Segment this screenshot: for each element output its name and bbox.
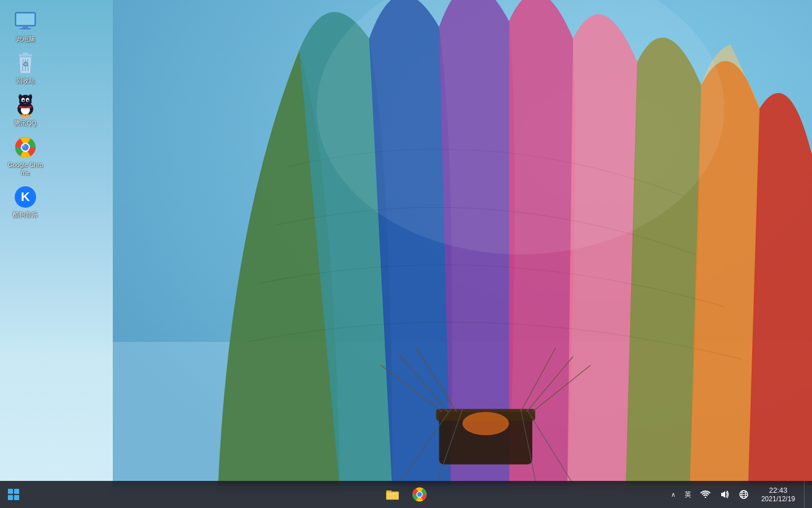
clock-time: 22:43 xyxy=(769,486,788,495)
svg-point-33 xyxy=(19,94,22,100)
speaker-icon xyxy=(720,489,730,500)
svg-point-46 xyxy=(417,492,422,497)
desktop-icon-computer[interactable]: 此电脑 xyxy=(3,6,48,47)
qqmusic-icon-label: 酷狗音乐 xyxy=(13,211,38,218)
show-desktop-button[interactable] xyxy=(804,481,807,508)
desktop-icon-chrome[interactable]: Google Chrome xyxy=(3,132,48,182)
folder-icon xyxy=(385,488,400,501)
desktop-wallpaper xyxy=(113,0,812,485)
qqmusic-icon: K xyxy=(14,186,37,208)
taskbar-chrome-button[interactable] xyxy=(406,481,433,508)
recycle-icon-label: 回收站 xyxy=(16,77,35,85)
svg-rect-19 xyxy=(20,28,31,29)
chevron-up-icon: ∧ xyxy=(671,491,676,498)
svg-point-15 xyxy=(462,412,509,435)
system-clock[interactable]: 22:43 2021/12/19 xyxy=(754,481,802,508)
svg-point-31 xyxy=(23,99,25,102)
desktop-icons-container: 此电脑 ♻ 回收站 xyxy=(0,6,51,224)
qq-icon-label: 腾讯QQ xyxy=(14,119,36,127)
tray-language-button[interactable]: 英 xyxy=(681,481,695,508)
svg-text:♻: ♻ xyxy=(23,60,29,68)
windows-logo-icon xyxy=(8,489,19,500)
globe-icon xyxy=(739,489,749,500)
taskbar-right: ∧ 英 xyxy=(668,481,812,508)
chrome-icon-label: Google Chrome xyxy=(6,161,45,177)
taskbar-center xyxy=(379,481,433,508)
svg-point-34 xyxy=(29,94,32,100)
tray-expand-button[interactable]: ∧ xyxy=(668,481,679,508)
svg-rect-21 xyxy=(23,52,28,55)
tray-network-button[interactable] xyxy=(697,481,714,508)
desktop-icon-qqmusic[interactable]: K 酷狗音乐 xyxy=(3,181,48,223)
tray-ime-button[interactable] xyxy=(735,481,752,508)
computer-icon xyxy=(14,10,37,33)
network-icon xyxy=(700,489,710,500)
svg-point-40 xyxy=(23,144,25,147)
svg-rect-43 xyxy=(387,494,396,494)
computer-icon-label: 此电脑 xyxy=(16,35,35,43)
clock-date: 2021/12/19 xyxy=(761,495,795,503)
desktop-icon-qq[interactable]: 腾讯QQ xyxy=(3,90,48,132)
desktop xyxy=(0,0,812,508)
svg-text:K: K xyxy=(21,190,30,204)
start-button[interactable] xyxy=(0,481,27,508)
qq-icon xyxy=(14,94,37,117)
svg-rect-17 xyxy=(16,14,34,25)
chrome-desktop-icon xyxy=(14,136,37,159)
taskbar-explorer-button[interactable] xyxy=(379,481,406,508)
language-indicator: 英 xyxy=(685,490,691,500)
svg-rect-18 xyxy=(23,26,28,28)
desktop-icon-recycle[interactable]: ♻ 回收站 xyxy=(3,47,48,89)
recycle-icon: ♻ xyxy=(14,52,37,75)
taskbar-left xyxy=(0,481,27,508)
tray-sound-button[interactable] xyxy=(716,481,733,508)
taskbar: ∧ 英 xyxy=(0,481,812,508)
svg-point-32 xyxy=(27,99,29,102)
